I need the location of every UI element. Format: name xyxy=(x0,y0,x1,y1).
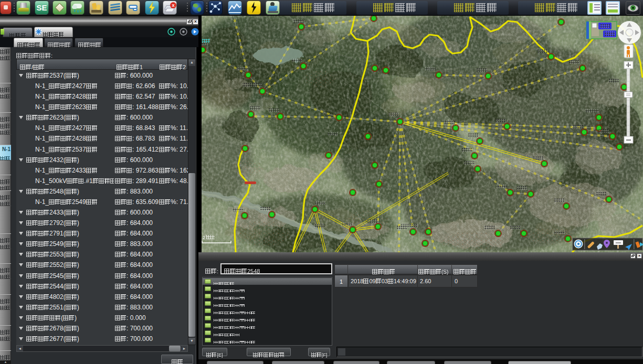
svg-text:2: 2 xyxy=(203,235,205,240)
